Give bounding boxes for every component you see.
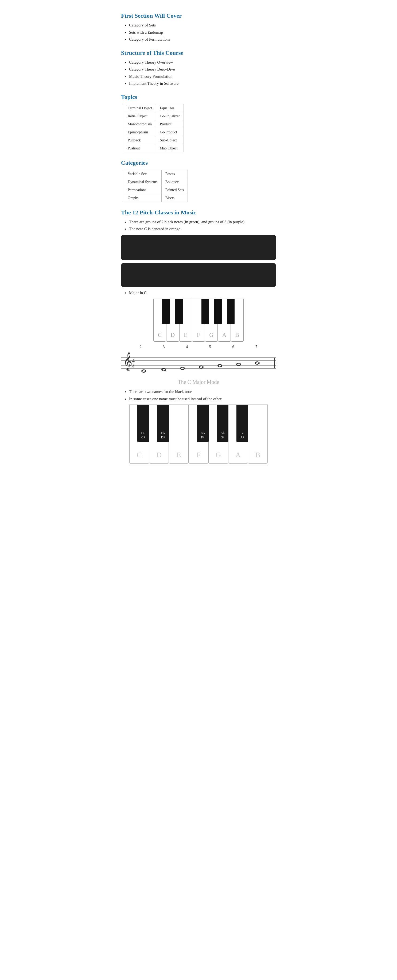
named-key-g: G [208,405,228,463]
number-5: 5 [209,344,211,350]
list-item: Category Theory Overview [129,59,276,65]
list-item: There are groups of 2 black notes (in gr… [129,219,276,225]
topics-table: Terminal Object Equalizer Initial Object… [124,104,184,153]
table-cell: Pullback [124,136,156,144]
named-key-a: A [228,405,248,463]
musical-staff: 𝄞 4 4 [121,352,276,375]
categories-heading: Categories [121,158,276,167]
named-key-e: E [169,405,189,463]
named-key-b: B [248,405,268,463]
table-cell: Product [156,120,184,128]
list-item: There are two names for the black note [129,389,276,395]
table-cell: Pointed Sets [161,186,188,194]
list-item: Category of Sets [129,22,276,28]
svg-text:4: 4 [132,358,135,364]
key-e: E [179,299,192,342]
staff-numbers: 2 3 4 5 6 7 [121,344,276,350]
table-cell: Co-Product [156,128,184,136]
table-cell: Epimorphism [124,128,156,136]
piano-full-keyboard: // Rendered inline via SVG [121,235,276,261]
table-cell: Terminal Object [124,104,156,112]
named-key-d: D [149,405,169,463]
table-cell: Co-Equalizer [156,112,184,120]
c-major-piano: C D E F G A B [153,299,244,341]
piano-full-keyboard-visual [121,263,276,287]
pitch-classes-list: There are groups of 2 black notes (in gr… [121,219,276,232]
list-item: Major in C [129,290,276,296]
key-g: G [205,299,218,342]
major-in-c-list: Major in C [121,290,276,296]
named-white-keys: C D E F G A B [129,405,268,463]
pitch-classes-heading: The 12 Pitch-Classes in Music [121,208,276,217]
table-cell: Monomorphism [124,120,156,128]
table-cell: Graphs [124,194,162,202]
list-item: Sets with a Endomap [129,29,276,35]
piano-svg: // Rendered inline via SVG [123,237,274,257]
number-7: 7 [256,344,257,350]
structure-list: Category Theory Overview Category Theory… [121,59,276,87]
number-6: 6 [232,344,234,350]
table-cell: Permeations [124,186,162,194]
table-cell: Initial Object [124,112,156,120]
black-notes-list: There are two names for the black note I… [121,389,276,402]
number-4: 4 [186,344,188,350]
table-cell: Equalizer [156,104,184,112]
named-key-c: C [129,405,149,463]
first-section-list: Category of Sets Sets with a Endomap Cat… [121,22,276,43]
table-cell: Bisets [161,194,188,202]
first-section-heading: First Section Will Cover [121,11,276,20]
topics-heading: Topics [121,92,276,101]
svg-text:4: 4 [132,364,135,369]
list-item: The note C is denoted in orange [129,226,276,232]
structure-heading: Structure of This Course [121,48,276,57]
table-cell: Variable Sets [124,170,162,178]
number-2: 2 [140,344,141,350]
list-item: Music Theory Formulation [129,73,276,80]
svg-text:𝄞: 𝄞 [123,352,132,371]
table-cell: Pushout [124,144,156,152]
number-3: 3 [163,344,165,350]
c-major-mode-label: The C Major Mode [121,378,276,386]
key-f: F [192,299,205,342]
key-b: B [231,299,244,342]
named-key-f: F [189,405,208,463]
table-cell: Dynamical Systems [124,178,162,186]
table-cell: Posets [161,170,188,178]
cmajor-white-keys: C D E F G A B [153,299,244,342]
categories-table: Variable Sets Posets Dynamical Systems B… [124,170,188,202]
list-item: Category Theory Deep-Dive [129,66,276,72]
staff-svg: 𝄞 4 4 [121,352,276,374]
list-item: Implement Theory in Software [129,81,276,87]
key-c: C [153,299,166,342]
key-d: D [166,299,179,342]
key-a: A [218,299,230,342]
named-piano: C D E F G A B D♭ C♯ E♭ D♯ G♭ F♯ A♭ G♯ B♭ [129,404,268,466]
piano-keys-container: // Rendered inline via SVG [123,237,274,257]
list-item: In some cases one name must be used inst… [129,396,276,402]
table-cell: Bouquets [161,178,188,186]
table-cell: Sub-Object [156,136,184,144]
table-cell: Map Object [156,144,184,152]
list-item: Category of Permutations [129,37,276,43]
